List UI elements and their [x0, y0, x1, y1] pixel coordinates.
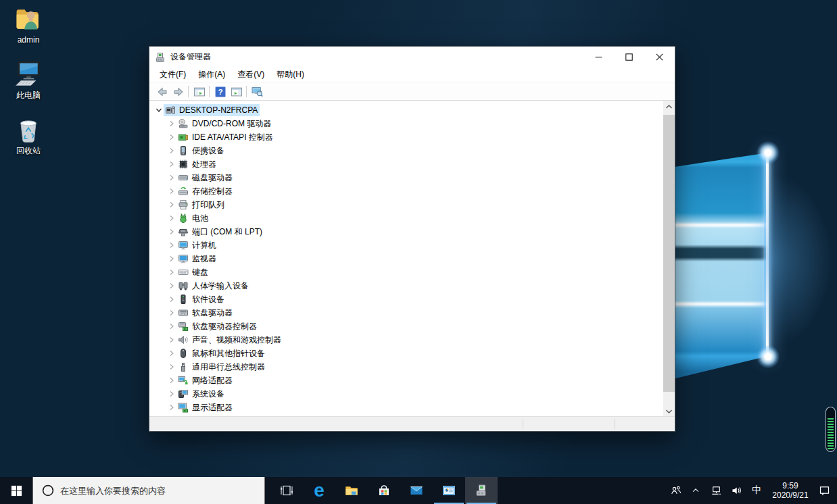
chevron-right-icon[interactable]: [167, 308, 176, 318]
tree-row-4[interactable]: 磁盘驱动器: [149, 171, 663, 184]
taskbar-app-task-view[interactable]: [270, 477, 303, 504]
chevron-right-icon[interactable]: [167, 254, 176, 263]
tree-row-15[interactable]: 软盘驱动器控制器: [149, 320, 663, 333]
chevron-right-icon[interactable]: [167, 403, 176, 412]
chevron-right-icon[interactable]: [167, 119, 176, 128]
desktop-icon-recycle-bin[interactable]: 回收站: [3, 115, 54, 155]
scan-hardware-button[interactable]: [249, 84, 265, 99]
network-adapter-icon: [178, 375, 189, 386]
tree-row-19[interactable]: 网络适配器: [149, 374, 663, 387]
chevron-right-icon[interactable]: [167, 186, 176, 196]
chevron-right-icon[interactable]: [167, 159, 176, 169]
scrollbar-thumb[interactable]: [663, 115, 675, 392]
menu-item-0[interactable]: 文件(F): [153, 67, 192, 82]
dvd-drive-icon: [178, 118, 189, 129]
storage-controller-icon: [178, 186, 189, 197]
tree-row-6[interactable]: 打印队列: [149, 198, 663, 211]
start-button[interactable]: [0, 477, 32, 504]
chevron-right-icon[interactable]: [167, 389, 176, 399]
back-button[interactable]: [153, 84, 170, 99]
chevron-right-icon[interactable]: [167, 376, 176, 385]
tree-row-12[interactable]: 人体学输入设备: [149, 279, 663, 293]
tree-root-row[interactable]: DESKTOP-N2FRCPA: [149, 103, 663, 117]
chevron-right-icon[interactable]: [167, 281, 176, 291]
taskbar-app-file-explorer[interactable]: [335, 477, 368, 504]
chevron-right-icon[interactable]: [167, 213, 176, 223]
tree-row-9[interactable]: 计算机: [149, 238, 663, 252]
taskbar-app-control-panel[interactable]: [433, 477, 465, 504]
chevron-right-icon[interactable]: [167, 173, 176, 182]
taskbar-search-box[interactable]: [32, 477, 265, 504]
device-manager-icon: [155, 52, 166, 63]
tree-row-0[interactable]: DVD/CD-ROM 驱动器: [149, 117, 663, 130]
tree-item-label: 系统设备: [192, 388, 224, 400]
menu-item-3[interactable]: 帮助(H): [270, 67, 310, 82]
chevron-right-icon[interactable]: [167, 295, 176, 304]
search-input[interactable]: [60, 486, 249, 496]
desktop-icon-this-pc[interactable]: 此电脑: [3, 59, 54, 100]
tree-row-3[interactable]: 处理器: [149, 157, 663, 171]
chevron-right-icon[interactable]: [167, 362, 176, 372]
scroll-down-button[interactable]: [663, 405, 675, 417]
vertical-scrollbar[interactable]: [663, 101, 675, 417]
chevron-right-icon[interactable]: [167, 146, 176, 155]
tree-item-label: IDE ATA/ATAPI 控制器: [192, 132, 273, 143]
volume-osd-gauge: [826, 407, 836, 452]
scroll-up-button[interactable]: [663, 101, 675, 112]
maximize-button[interactable]: [614, 47, 644, 68]
people-icon[interactable]: [667, 477, 684, 504]
tree-row-21[interactable]: 显示适配器: [149, 401, 663, 414]
taskbar-app-device-manager[interactable]: [465, 477, 498, 504]
chevron-right-icon[interactable]: [167, 268, 176, 277]
tree-row-16[interactable]: 声音、视频和游戏控制器: [149, 333, 663, 347]
toolbar: ?: [149, 83, 675, 101]
tree-row-2[interactable]: 便携设备: [149, 144, 663, 157]
tree-row-11[interactable]: 键盘: [149, 266, 663, 279]
forward-button[interactable]: [170, 84, 186, 99]
chevron-down-icon[interactable]: [154, 105, 164, 115]
battery-icon: [178, 213, 189, 224]
tree-row-20[interactable]: 系统设备: [149, 387, 663, 401]
tree-row-7[interactable]: 电池: [149, 211, 663, 225]
tree-row-13[interactable]: 软件设备: [149, 293, 663, 306]
menu-bar: 文件(F)操作(A)查看(V)帮助(H): [149, 68, 675, 82]
tree-row-5[interactable]: 存储控制器: [149, 184, 663, 198]
chevron-right-icon[interactable]: [167, 241, 176, 250]
console-tree-button[interactable]: [191, 84, 207, 99]
console-tree-icon: [193, 86, 205, 97]
network-icon[interactable]: [707, 477, 725, 504]
chevron-right-icon[interactable]: [167, 227, 176, 236]
chevron-right-icon[interactable]: [167, 349, 176, 358]
action-pane-button[interactable]: [228, 84, 244, 99]
ports-icon: [178, 226, 189, 237]
tree-row-17[interactable]: 鼠标和其他指针设备: [149, 347, 663, 360]
chevron-right-icon[interactable]: [167, 335, 176, 345]
action-center-icon[interactable]: [815, 477, 833, 504]
volume-icon[interactable]: [727, 477, 745, 504]
tree-row-14[interactable]: 软盘驱动器: [149, 306, 663, 320]
help-button[interactable]: ?: [212, 84, 228, 99]
minimize-button[interactable]: [583, 47, 614, 68]
chevron-right-icon[interactable]: [167, 322, 176, 331]
desktop-icon-admin[interactable]: admin: [3, 4, 54, 45]
title-bar[interactable]: 设备管理器: [149, 47, 675, 68]
ide-controller-icon: [178, 132, 189, 143]
chevron-right-icon[interactable]: [167, 132, 176, 142]
tree-row-18[interactable]: 通用串行总线控制器: [149, 360, 663, 374]
menu-item-1[interactable]: 操作(A): [192, 67, 231, 82]
taskbar-app-mail[interactable]: [400, 477, 433, 504]
volume-osd-fill: [828, 418, 834, 450]
taskbar-app-store[interactable]: [368, 477, 400, 504]
close-button[interactable]: [644, 47, 675, 68]
chevron-right-icon[interactable]: [167, 200, 176, 209]
clock[interactable]: 9:59 2020/9/21: [768, 481, 813, 500]
tree-row-8[interactable]: 端口 (COM 和 LPT): [149, 225, 663, 238]
menu-item-2[interactable]: 查看(V): [231, 67, 270, 82]
tree-row-1[interactable]: IDE ATA/ATAPI 控制器: [149, 130, 663, 144]
taskbar-app-edge[interactable]: e: [303, 477, 335, 504]
show-hidden-icons-chevron[interactable]: [687, 477, 704, 504]
ime-indicator[interactable]: 中: [748, 477, 765, 504]
edge-icon: e: [314, 481, 325, 500]
recycle-bin-icon: [12, 115, 45, 145]
tree-row-10[interactable]: 监视器: [149, 252, 663, 266]
